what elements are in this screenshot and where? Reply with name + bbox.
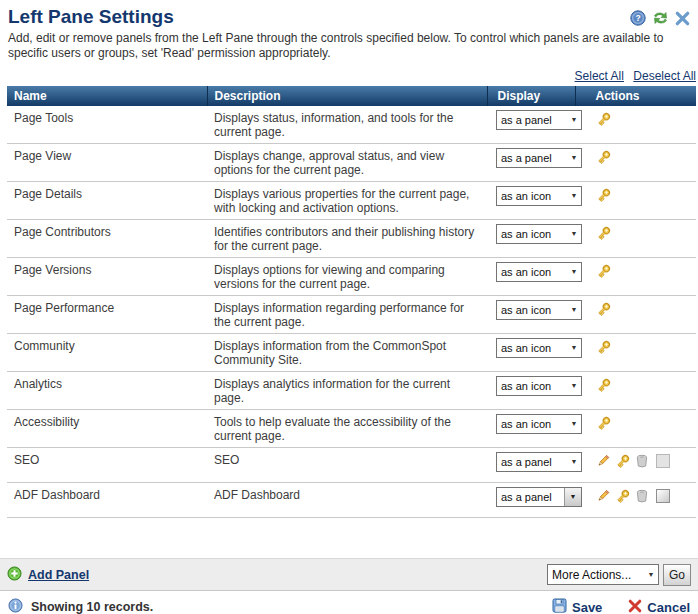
permissions-key-icon[interactable] [595, 377, 612, 394]
permissions-key-icon[interactable] [595, 415, 612, 432]
panel-description: ADF Dashboard [214, 488, 300, 502]
permissions-key-icon[interactable] [614, 488, 631, 505]
chevron-down-icon: ▼ [567, 341, 581, 355]
table-row: Page View Displays change, approval stat… [7, 144, 696, 182]
cancel-button[interactable]: Cancel [628, 599, 690, 614]
panel-description: Displays status, information, and tools … [214, 111, 453, 139]
display-select-value: as an icon [497, 379, 567, 393]
more-actions-group: More Actions... ▼ Go [547, 564, 691, 586]
permissions-key-icon[interactable] [614, 453, 631, 470]
table-row: Analytics Displays analytics information… [7, 372, 696, 410]
display-select[interactable]: as an icon ▼ [496, 338, 582, 358]
row-checkbox[interactable] [656, 489, 670, 503]
select-all-link[interactable]: Select All [575, 69, 624, 83]
panel-name: Community [14, 339, 75, 353]
footer-bar: Showing 10 records. Save Cancel [0, 598, 698, 614]
row-actions [595, 110, 689, 128]
display-select[interactable]: as an icon ▼ [496, 300, 582, 320]
go-button[interactable]: Go [663, 564, 691, 586]
table-row: Community Displays information from the … [7, 334, 696, 372]
chevron-down-icon: ▼ [567, 417, 581, 431]
display-select-value: as a panel [497, 455, 567, 469]
permissions-key-icon[interactable] [595, 339, 612, 356]
row-actions [595, 338, 689, 356]
table-header-row: Name Description Display Actions [7, 86, 696, 106]
record-count-text: Showing 10 records. [31, 600, 153, 614]
panel-description: Identifies contributors and their publis… [214, 225, 474, 253]
permissions-key-icon[interactable] [595, 225, 612, 242]
column-header-description: Description [207, 86, 487, 106]
table-row: ADF Dashboard ADF Dashboard as a panel ▼ [7, 483, 696, 518]
chevron-down-icon: ▼ [564, 488, 581, 506]
panel-description: Displays options for viewing and compari… [214, 263, 445, 291]
chevron-down-icon: ▼ [567, 227, 581, 241]
save-disk-icon [552, 598, 567, 614]
panel-description: Displays change, approval status, and vi… [214, 149, 444, 177]
panel-name: Page Versions [14, 263, 91, 277]
permissions-key-icon[interactable] [595, 187, 612, 204]
display-select-value: as an icon [497, 189, 567, 203]
display-select-value: as a panel [497, 113, 567, 127]
permissions-key-icon[interactable] [595, 263, 612, 280]
permissions-key-icon[interactable] [595, 301, 612, 318]
refresh-icon[interactable] [652, 10, 669, 26]
save-label: Save [572, 600, 602, 614]
display-select[interactable]: as a panel ▼ [496, 148, 582, 168]
delete-icon [634, 453, 650, 469]
display-select[interactable]: as a panel ▼ [496, 110, 582, 130]
display-select[interactable]: as an icon ▼ [496, 376, 582, 396]
row-actions [595, 376, 689, 394]
bottom-toolbar: Add Panel More Actions... ▼ Go [0, 558, 698, 591]
dialog-controls: ? [630, 10, 690, 26]
title-bar: Left Pane Settings ? [0, 0, 698, 28]
cancel-x-icon [628, 599, 642, 614]
table-row: Accessibility Tools to help evaluate the… [7, 410, 696, 448]
page-title: Left Pane Settings [8, 6, 174, 28]
display-select[interactable]: as an icon ▼ [496, 186, 582, 206]
chevron-down-icon: ▼ [567, 151, 581, 165]
chevron-down-icon: ▼ [567, 379, 581, 393]
row-actions [595, 186, 689, 204]
display-select-value: as an icon [497, 303, 567, 317]
add-panel-link[interactable]: Add Panel [7, 566, 89, 584]
display-select[interactable]: as a panel ▼ [496, 487, 582, 507]
panel-description: Displays various properties for the curr… [214, 187, 469, 215]
edit-pencil-icon[interactable] [595, 453, 611, 469]
row-actions [595, 414, 689, 432]
display-select[interactable]: as an icon ▼ [496, 224, 582, 244]
panel-name: Page View [14, 149, 71, 163]
chevron-down-icon: ▼ [567, 189, 581, 203]
left-pane-settings-dialog: Left Pane Settings ? Add, edit or remove… [0, 0, 698, 614]
selection-links: Select All Deselect All [0, 69, 696, 83]
panel-name: Analytics [14, 377, 62, 391]
display-select[interactable]: as a panel ▼ [496, 452, 582, 472]
panel-name: SEO [14, 453, 39, 467]
display-select-value: as a panel [497, 151, 567, 165]
help-icon[interactable]: ? [630, 10, 646, 26]
row-checkbox [656, 454, 670, 468]
panel-description: Displays analytics information for the c… [214, 377, 450, 405]
deselect-all-link[interactable]: Deselect All [633, 69, 696, 83]
row-actions [595, 224, 689, 242]
close-icon[interactable] [675, 11, 690, 26]
edit-pencil-icon[interactable] [595, 488, 611, 504]
permissions-key-icon[interactable] [595, 149, 612, 166]
permissions-key-icon[interactable] [595, 111, 612, 128]
more-actions-select[interactable]: More Actions... ▼ [547, 564, 659, 585]
table-row: Page Tools Displays status, information,… [7, 106, 696, 144]
add-plus-icon [7, 566, 22, 584]
display-select[interactable]: as an icon ▼ [496, 262, 582, 282]
panel-name: Page Contributors [14, 225, 111, 239]
display-select[interactable]: as an icon ▼ [496, 414, 582, 434]
panel-description: SEO [214, 453, 239, 467]
save-button[interactable]: Save [552, 598, 602, 614]
column-header-name: Name [7, 86, 207, 106]
chevron-down-icon: ▼ [567, 113, 581, 127]
table-bottom-spacer [0, 518, 698, 558]
row-actions [595, 262, 689, 280]
display-select-value: as a panel [497, 490, 564, 504]
chevron-down-icon: ▼ [567, 455, 581, 469]
delete-icon [634, 488, 650, 504]
display-select-value: as an icon [497, 417, 567, 431]
chevron-down-icon: ▼ [644, 571, 658, 578]
